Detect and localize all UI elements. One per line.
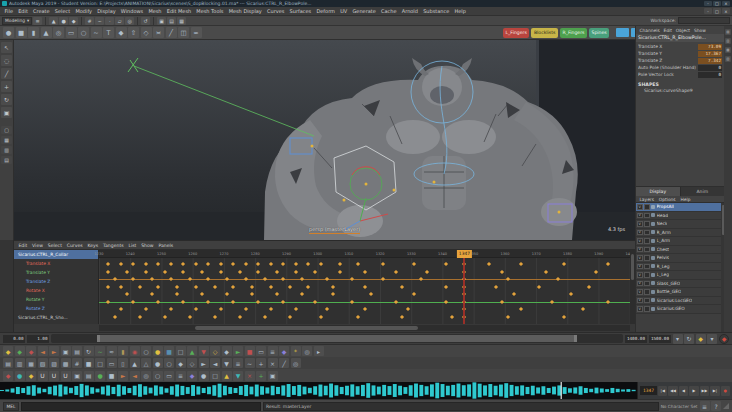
- keyframe[interactable]: [200, 292, 204, 296]
- graph-outliner-item[interactable]: Translate X: [14, 259, 98, 268]
- minimize-button[interactable]: –: [704, 1, 712, 6]
- keyframe[interactable]: [400, 284, 404, 288]
- mirror-icon[interactable]: ◫: [178, 27, 189, 38]
- keyframe[interactable]: [362, 269, 366, 273]
- snap-point-icon[interactable]: ·: [105, 17, 114, 25]
- graph-menu-list[interactable]: List: [126, 243, 139, 248]
- layer-type-toggle[interactable]: [644, 298, 650, 304]
- keyframe[interactable]: [144, 262, 148, 266]
- keyframe[interactable]: [412, 262, 416, 266]
- keyframe[interactable]: [331, 284, 335, 288]
- polygon-cube-icon[interactable]: ■: [16, 27, 27, 38]
- keyframe[interactable]: [500, 299, 504, 303]
- menu-edit-mesh[interactable]: Edit Mesh: [164, 8, 194, 14]
- keyframe[interactable]: [287, 314, 291, 318]
- keyframe[interactable]: [194, 262, 198, 266]
- channelbox-menu-edit[interactable]: Edit: [662, 28, 673, 33]
- keyframe[interactable]: [112, 314, 116, 318]
- frame-ruler[interactable]: 1230124012501260127012801290130013101320…: [99, 250, 630, 258]
- keyframe[interactable]: [206, 277, 210, 281]
- graph-menu-tangents[interactable]: Tangents: [101, 243, 126, 248]
- menu-edit[interactable]: Edit: [16, 8, 31, 14]
- keyframe[interactable]: [562, 314, 566, 318]
- target-icon[interactable]: ◎: [291, 358, 301, 368]
- layer-visibility-toggle[interactable]: V: [637, 204, 643, 210]
- keyframe[interactable]: [294, 262, 298, 266]
- layer-row[interactable]: VHead: [636, 212, 721, 221]
- keyframe[interactable]: [181, 299, 185, 303]
- graph-outliner-item[interactable]: Sicarius:CTRL_R_Sho...: [14, 313, 98, 322]
- keyframe[interactable]: [225, 277, 229, 281]
- keyframe[interactable]: [250, 284, 254, 288]
- channel-box-tab-icon[interactable]: ▦: [725, 47, 731, 53]
- extrude-icon[interactable]: ⇧: [128, 27, 139, 38]
- current-frame-field[interactable]: 1347: [640, 386, 657, 395]
- layer-type-toggle[interactable]: [644, 247, 650, 253]
- playback-options-icon[interactable]: ▾: [673, 334, 683, 344]
- menu-curves[interactable]: Curves: [264, 8, 287, 14]
- go-to-end-button[interactable]: ▶|: [710, 386, 719, 396]
- layer-row[interactable]: VR_Arm: [636, 229, 721, 238]
- layer-visibility-toggle[interactable]: V: [637, 281, 643, 287]
- attribute-editor-tab-icon[interactable]: ▤: [725, 29, 731, 35]
- keyframe[interactable]: [537, 284, 541, 288]
- back-icon-2[interactable]: ◄: [130, 371, 140, 381]
- keyframe[interactable]: [131, 299, 135, 303]
- keyframe[interactable]: [219, 307, 223, 311]
- green-dot-icon[interactable]: ●: [95, 371, 105, 381]
- bake-icon[interactable]: ▮: [118, 346, 128, 356]
- keyframe[interactable]: [262, 314, 266, 318]
- breakdown-key-icon[interactable]: ◆: [15, 346, 25, 356]
- keyframe[interactable]: [281, 299, 285, 303]
- channelbox-menu-show[interactable]: Show: [693, 28, 708, 33]
- layer-type-toggle[interactable]: [644, 213, 650, 219]
- keyframe[interactable]: [506, 314, 510, 318]
- keyframe[interactable]: [225, 292, 229, 296]
- keyframe[interactable]: [262, 277, 266, 281]
- gray-dot-icon[interactable]: ●: [199, 371, 209, 381]
- keyframe[interactable]: [119, 307, 123, 311]
- red-diamond-icon[interactable]: ◆: [3, 371, 13, 381]
- menu-create[interactable]: Create: [30, 8, 52, 14]
- keyframe[interactable]: [369, 292, 373, 296]
- rig-pole-marker[interactable]: [128, 58, 138, 72]
- keyframe[interactable]: [219, 262, 223, 266]
- teal-tri-icon[interactable]: ▼: [233, 371, 243, 381]
- keyframe[interactable]: [162, 314, 166, 318]
- selection-mask-menu-icon[interactable]: ≡: [33, 17, 42, 25]
- keyframe-icon[interactable]: ●: [153, 346, 163, 356]
- outline-square-icon-2[interactable]: □: [210, 371, 220, 381]
- keyframe[interactable]: [269, 262, 273, 266]
- range-slider[interactable]: [51, 334, 623, 343]
- keyframe[interactable]: [581, 307, 585, 311]
- boolean-icon[interactable]: ◆: [116, 27, 127, 38]
- menu-set-dropdown[interactable]: Modeling ▾: [2, 17, 32, 25]
- select-object-icon[interactable]: ●: [59, 17, 68, 25]
- menu-arnold[interactable]: Arnold: [399, 8, 420, 14]
- layout-two-pane-icon[interactable]: ▥: [1, 146, 12, 154]
- hold-key-icon[interactable]: ◇: [210, 346, 220, 356]
- panel-icon-9[interactable]: ▣: [268, 371, 278, 381]
- script-editor-icon[interactable]: ≡: [700, 401, 710, 411]
- keyframe[interactable]: [606, 299, 610, 303]
- panel-icon-7[interactable]: ▣: [72, 371, 82, 381]
- target-icon-2[interactable]: ◎: [141, 371, 151, 381]
- prev-key-icon[interactable]: ◄: [38, 346, 48, 356]
- close-button[interactable]: ×: [722, 1, 730, 6]
- list-icon-2[interactable]: ≡: [233, 358, 243, 368]
- menu-deform[interactable]: Deform: [314, 8, 338, 14]
- trax-icon[interactable]: □: [176, 346, 186, 356]
- record-icon[interactable]: ◉: [130, 346, 140, 356]
- keyframe[interactable]: [269, 307, 273, 311]
- layer-menu-layers[interactable]: Layers: [638, 197, 655, 202]
- keyframe[interactable]: [144, 307, 148, 311]
- make-live-icon[interactable]: ◎: [125, 17, 134, 25]
- keyframe[interactable]: [350, 277, 354, 281]
- keyframe[interactable]: [106, 299, 110, 303]
- slash-icon[interactable]: ╱: [279, 358, 289, 368]
- keyframe[interactable]: [362, 307, 366, 311]
- step-icon[interactable]: ▸: [314, 346, 324, 356]
- layer-row[interactable]: VGlass_GEO: [636, 280, 721, 289]
- graph-outliner-item[interactable]: Translate Z: [14, 277, 98, 286]
- audio-waveform[interactable]: [0, 382, 637, 399]
